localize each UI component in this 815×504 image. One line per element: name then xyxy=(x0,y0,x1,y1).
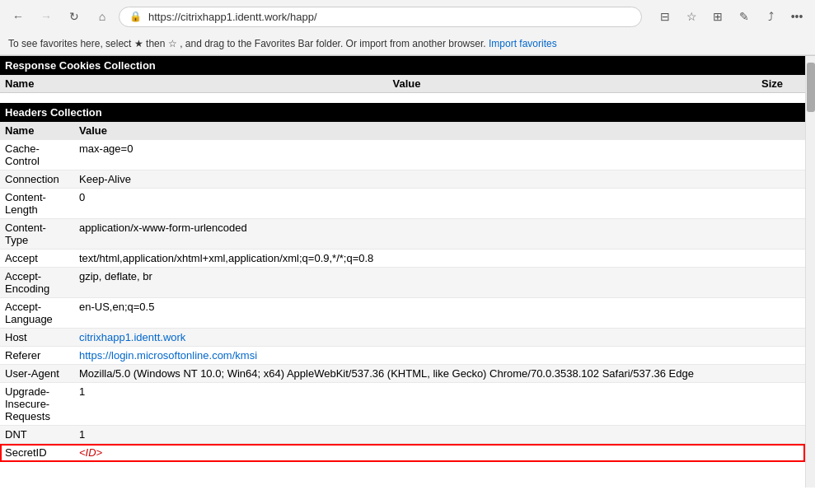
table-row: Accept-Languageen-US,en;q=0.5 xyxy=(0,298,805,329)
header-name-cell: Content-Length xyxy=(0,189,74,219)
header-name-cell: Content-Type xyxy=(0,219,74,250)
scrollbar-thumb[interactable] xyxy=(807,63,815,112)
headers-section: Headers Collection Name Value Cache-Cont… xyxy=(0,103,805,462)
header-name-cell: Accept xyxy=(0,250,74,268)
header-value-cell: en-US,en;q=0.5 xyxy=(74,298,805,329)
favorites-bar: To see favorites here, select ★ then ☆ ,… xyxy=(0,33,815,55)
header-value-cell: citrixhapp1.identt.work xyxy=(74,329,805,347)
favorites-then-text: then xyxy=(146,38,165,49)
response-cookies-value-col: Value xyxy=(74,75,739,92)
header-value-cell: max-age=0 xyxy=(74,140,805,170)
header-name-cell: Upgrade-Insecure-Requests xyxy=(0,383,74,426)
header-value-link[interactable]: https://login.microsoftonline.com/kmsi xyxy=(79,349,257,362)
header-name-cell: DNT xyxy=(0,426,74,444)
table-row: Content-Length0 xyxy=(0,189,805,219)
headers-name-col: Name xyxy=(0,122,74,140)
table-row: Hostcitrixhapp1.identt.work xyxy=(0,329,805,347)
header-value-cell: Mozilla/5.0 (Windows NT 10.0; Win64; x64… xyxy=(74,365,805,383)
headers-title: Headers Collection xyxy=(0,103,805,122)
response-cookies-title: Response Cookies Collection xyxy=(0,56,805,75)
header-value-cell: Keep-Alive xyxy=(74,170,805,189)
browser-chrome: ← → ↻ ⌂ 🔒 ⊟ ☆ ⊞ ✎ ⤴ ••• To see favorites… xyxy=(0,0,815,56)
header-value-cell: 1 xyxy=(74,383,805,426)
nav-bar: ← → ↻ ⌂ 🔒 ⊟ ☆ ⊞ ✎ ⤴ ••• xyxy=(0,0,815,33)
more-button[interactable]: ••• xyxy=(785,5,808,28)
header-name-cell: Cache-Control xyxy=(0,140,74,170)
forward-button[interactable]: → xyxy=(35,5,58,28)
table-row: SecretID<ID> xyxy=(0,444,805,462)
share-button[interactable]: ⤴ xyxy=(759,5,782,28)
header-name-cell: SecretID xyxy=(0,444,74,462)
response-cookies-section: Response Cookies Collection Name Value S… xyxy=(0,56,805,93)
table-row: Accepttext/html,application/xhtml+xml,ap… xyxy=(0,250,805,268)
header-value-cell: gzip, deflate, br xyxy=(74,268,805,298)
address-bar-container: 🔒 xyxy=(119,7,642,27)
header-value-cell: 1 xyxy=(74,426,805,444)
reading-view-button[interactable]: ⊟ xyxy=(653,5,677,28)
secretid-value: <ID> xyxy=(79,446,102,459)
annotate-button[interactable]: ✎ xyxy=(733,5,756,28)
collections-button[interactable]: ⊞ xyxy=(706,5,729,28)
header-name-cell: Referer xyxy=(0,347,74,365)
header-name-cell: Host xyxy=(0,329,74,347)
headers-column-header-row: Name Value xyxy=(0,122,805,140)
lock-icon: 🔒 xyxy=(129,11,142,22)
response-cookies-name-col: Name xyxy=(0,75,74,92)
response-cookies-size-col: Size xyxy=(739,75,805,92)
header-value-cell: <ID> xyxy=(74,444,805,462)
headers-value-col: Value xyxy=(74,122,805,140)
table-row: ConnectionKeep-Alive xyxy=(0,170,805,189)
address-input[interactable] xyxy=(148,11,631,23)
page-wrapper: Response Cookies Collection Name Value S… xyxy=(0,56,815,488)
header-value-cell: application/x-www-form-urlencoded xyxy=(74,219,805,250)
table-row: Refererhttps://login.microsoftonline.com… xyxy=(0,347,805,365)
header-value-cell: https://login.microsoftonline.com/kmsi xyxy=(74,347,805,365)
favorites-button[interactable]: ☆ xyxy=(680,5,703,28)
table-row: Upgrade-Insecure-Requests1 xyxy=(0,383,805,426)
header-value-link[interactable]: citrixhapp1.identt.work xyxy=(79,331,185,343)
favorites-drag-text: , and drag to the Favorites Bar folder. … xyxy=(180,38,486,49)
refresh-button[interactable]: ↻ xyxy=(63,5,86,28)
table-row: Accept-Encodinggzip, deflate, br xyxy=(0,268,805,298)
headers-table: Name Value Cache-Controlmax-age=0Connect… xyxy=(0,122,805,462)
header-name-cell: Accept-Language xyxy=(0,298,74,329)
header-value-cell: 0 xyxy=(74,189,805,219)
header-name-cell: User-Agent xyxy=(0,365,74,383)
back-button[interactable]: ← xyxy=(7,5,30,28)
header-name-cell: Accept-Encoding xyxy=(0,268,74,298)
table-row: Content-Typeapplication/x-www-form-urlen… xyxy=(0,219,805,250)
scrollbar-track[interactable] xyxy=(805,56,815,488)
home-button[interactable]: ⌂ xyxy=(91,5,114,28)
header-value-cell: text/html,application/xhtml+xml,applicat… xyxy=(74,250,805,268)
browser-toolbar-icons: ⊟ ☆ ⊞ ✎ ⤴ ••• xyxy=(653,5,808,28)
page-content: Response Cookies Collection Name Value S… xyxy=(0,56,805,488)
favorites-hint-text: To see favorites here, select xyxy=(8,38,131,49)
import-favorites-link[interactable]: Import favorites xyxy=(489,38,557,49)
response-cookies-header-row: Name Value Size xyxy=(0,75,805,93)
table-row: User-AgentMozilla/5.0 (Windows NT 10.0; … xyxy=(0,365,805,383)
table-row: Cache-Controlmax-age=0 xyxy=(0,140,805,170)
header-name-cell: Connection xyxy=(0,170,74,189)
table-row: DNT1 xyxy=(0,426,805,444)
